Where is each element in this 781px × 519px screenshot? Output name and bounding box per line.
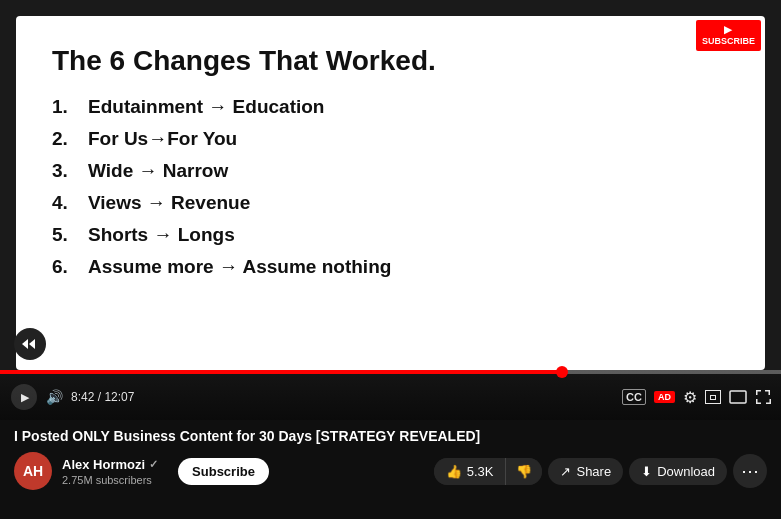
thumbs-up-icon: 👍 (446, 464, 462, 479)
subscribe-button[interactable]: Subscribe (178, 458, 269, 485)
settings-button[interactable]: ⚙ (683, 388, 697, 407)
time-display: 8:42 / 12:07 (71, 390, 134, 404)
controls-row: ▶ 🔊 8:42 / 12:07 CC AD ⚙ (0, 374, 781, 420)
theater-button[interactable] (729, 390, 747, 404)
download-icon: ⬇ (641, 464, 652, 479)
miniplayer-button[interactable] (705, 390, 721, 404)
video-controls-bar[interactable]: ▶ 🔊 8:42 / 12:07 CC AD ⚙ (0, 370, 781, 420)
cc-button[interactable]: CC (622, 389, 646, 405)
thumbs-down-icon: 👎 (516, 464, 532, 479)
fullscreen-button[interactable] (755, 389, 771, 405)
action-buttons: 👍 5.3K 👎 ↗ Share ⬇ Download ⋯ (434, 454, 767, 488)
volume-button[interactable]: 🔊 (46, 389, 63, 405)
share-button[interactable]: ↗ Share (548, 458, 623, 485)
ad-badge: AD (654, 391, 675, 403)
more-options-button[interactable]: ⋯ (733, 454, 767, 488)
channel-watermark-overlay: ACQUISITION.COM (0, 328, 781, 360)
progress-fill (0, 370, 562, 374)
slide-list-item: Edutainment → Education (52, 96, 729, 118)
like-button[interactable]: 👍 5.3K (434, 458, 507, 485)
slide-title: The 6 Changes That Worked. (52, 44, 729, 78)
slide-list-item: Assume more → Assume nothing (52, 256, 729, 278)
channel-subscribers: 2.75M subscribers (62, 474, 158, 486)
slide-list-item: Views → Revenue (52, 192, 729, 214)
info-bar: I Posted ONLY Business Content for 30 Da… (0, 420, 781, 519)
watermark-text: ACQUISITION.COM (56, 336, 199, 352)
watermark-logo (14, 328, 46, 360)
video-player[interactable]: The 6 Changes That Worked. Edutainment →… (0, 0, 781, 420)
video-title: I Posted ONLY Business Content for 30 Da… (14, 428, 767, 444)
channel-name: Alex Hormozi ✓ (62, 457, 158, 472)
channel-row: AH Alex Hormozi ✓ 2.75M subscribers Subs… (14, 452, 767, 490)
verified-icon: ✓ (149, 458, 158, 471)
progress-dot (556, 366, 568, 378)
channel-avatar[interactable]: AH (14, 452, 52, 490)
slide-list-item: For Us→For You (52, 128, 729, 150)
play-button[interactable]: ▶ (10, 383, 38, 411)
like-count: 5.3K (467, 464, 494, 479)
download-button[interactable]: ⬇ Download (629, 458, 727, 485)
like-dislike-group: 👍 5.3K 👎 (434, 458, 543, 485)
channel-info: Alex Hormozi ✓ 2.75M subscribers (62, 457, 158, 486)
video-slide: The 6 Changes That Worked. Edutainment →… (16, 16, 765, 370)
slide-list-item: Shorts → Longs (52, 224, 729, 246)
progress-bar[interactable] (0, 370, 781, 374)
slide-list: Edutainment → EducationFor Us→For YouWid… (52, 96, 729, 288)
slide-list-item: Wide → Narrow (52, 160, 729, 182)
svg-rect-0 (730, 391, 746, 403)
more-dots-icon: ⋯ (741, 460, 759, 482)
share-icon: ↗ (560, 464, 571, 479)
dislike-button[interactable]: 👎 (506, 458, 542, 485)
subscribe-watermark[interactable]: ▶ SUBSCRIBE (696, 20, 761, 51)
